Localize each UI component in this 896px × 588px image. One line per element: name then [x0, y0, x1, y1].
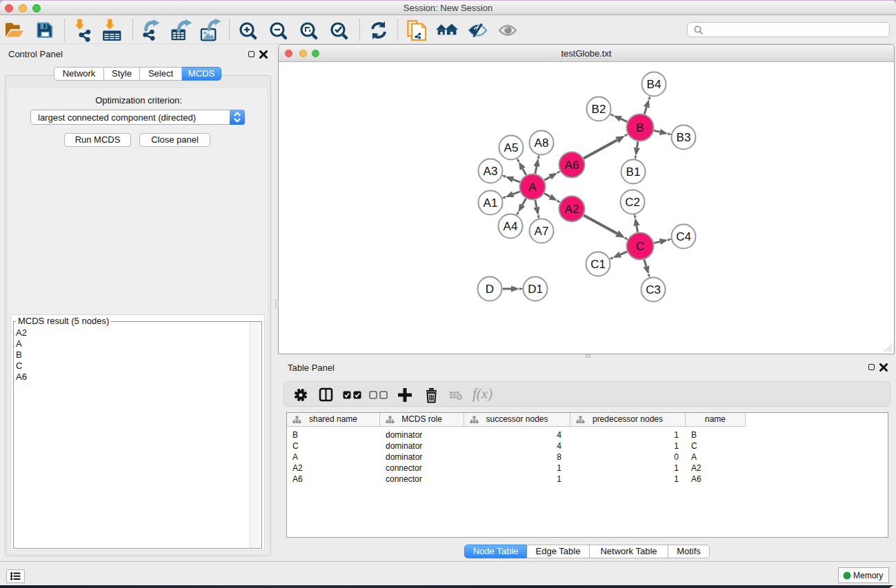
- svg-text:A3: A3: [484, 165, 498, 178]
- svg-text:D1: D1: [528, 283, 543, 296]
- svg-text:B: B: [636, 121, 644, 134]
- svg-text:A4: A4: [504, 220, 518, 233]
- svg-text:A: A: [528, 181, 537, 194]
- svg-text:A6: A6: [565, 159, 579, 172]
- svg-text:B2: B2: [592, 103, 606, 116]
- svg-text:A8: A8: [535, 136, 549, 150]
- svg-text:B1: B1: [626, 165, 641, 179]
- svg-text:C3: C3: [646, 283, 661, 296]
- svg-text:C4: C4: [676, 230, 691, 243]
- svg-text:B3: B3: [677, 131, 691, 144]
- svg-text:C: C: [636, 240, 644, 253]
- svg-text:C2: C2: [625, 196, 640, 209]
- svg-text:A7: A7: [535, 225, 549, 238]
- svg-text:A5: A5: [504, 141, 519, 154]
- svg-text:C1: C1: [590, 258, 606, 271]
- svg-text:A2: A2: [565, 203, 579, 216]
- svg-text:B4: B4: [647, 78, 661, 91]
- svg-text:D: D: [486, 283, 494, 296]
- svg-text:A1: A1: [484, 196, 498, 210]
